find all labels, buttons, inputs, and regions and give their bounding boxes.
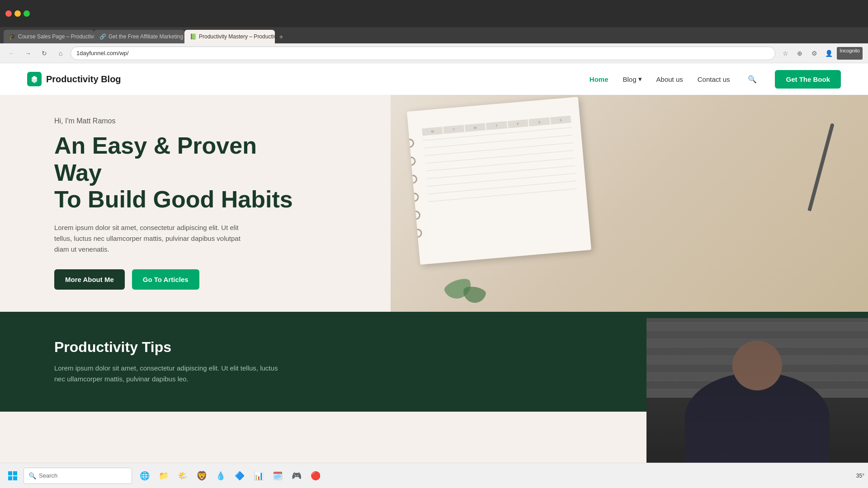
hero-subtitle: Hi, I'm Matt Ramos	[54, 117, 303, 125]
video-overlay-gradient	[646, 318, 868, 463]
nav-about[interactable]: About us	[656, 75, 683, 83]
hero-text-content: Hi, I'm Matt Ramos An Easy & Proven Way …	[54, 117, 303, 290]
hero-title-line1: An Easy & Proven Way	[54, 132, 257, 186]
planner-lines: M T W T F S S	[422, 116, 577, 209]
hero-buttons: More About Me Go To Articles	[54, 269, 303, 290]
tab-1[interactable]: 🎓 Course Sales Page – Productivi... ✕	[4, 30, 94, 43]
address-bar-row: ← → ↻ ⌂ ☆ ⊕ ⚙ 👤 Incognito	[0, 43, 868, 63]
search-button[interactable]: 🔍	[744, 71, 760, 87]
reload-button[interactable]: ↻	[38, 47, 51, 60]
home-button[interactable]: ⌂	[54, 47, 67, 60]
line-9	[428, 188, 577, 202]
line-8	[428, 181, 576, 194]
hero-title-line2: To Build Good Habits	[54, 186, 293, 212]
maximize-window-button[interactable]	[24, 10, 30, 17]
window-controls	[5, 10, 30, 17]
site-logo[interactable]: Productivity Blog	[27, 72, 121, 86]
tab-2-favicon: 🔗	[99, 33, 106, 40]
zoom-button[interactable]: ⊕	[793, 47, 806, 60]
site-navigation: Productivity Blog Home Blog ▾ About us C…	[0, 63, 868, 95]
new-tab-button[interactable]: +	[275, 31, 288, 43]
video-person	[646, 318, 868, 463]
planner-visual: M T W T F S S	[407, 97, 591, 265]
ring-6	[413, 228, 423, 238]
chevron-down-icon: ▾	[638, 75, 642, 83]
close-window-button[interactable]	[5, 10, 12, 17]
nav-blog[interactable]: Blog ▾	[623, 75, 642, 83]
nav-links: Home Blog ▾ About us Contact us 🔍 Get Th…	[590, 70, 841, 89]
get-book-button[interactable]: Get The Book	[775, 70, 841, 89]
ring-5	[411, 210, 421, 220]
ring-1	[407, 138, 415, 148]
line-4	[425, 150, 574, 164]
logo-text: Productivity Blog	[46, 74, 121, 84]
tab-1-label: Course Sales Page – Productivi...	[18, 33, 94, 40]
pen-decor	[807, 123, 834, 211]
planner-background: M T W T F S S	[391, 95, 868, 312]
browser-chrome	[0, 0, 868, 27]
extensions-button[interactable]: ⚙	[808, 47, 821, 60]
address-input[interactable]	[71, 47, 775, 60]
ring-4	[410, 192, 420, 202]
tab-bar: 🎓 Course Sales Page – Productivi... ✕ 🔗 …	[0, 27, 868, 43]
ring-3	[408, 174, 418, 184]
tab-3-favicon: 📗	[190, 33, 196, 40]
incognito-badge: Incognito	[837, 47, 863, 60]
line-7	[427, 173, 576, 187]
tab-2-label: Get the Free Affiliate Marketing	[108, 33, 183, 40]
tab-3-label: Productivity Mastery – Productivi...	[199, 33, 275, 40]
minimize-window-button[interactable]	[14, 10, 21, 17]
search-icon: 🔍	[748, 75, 757, 84]
hero-title: An Easy & Proven Way To Build Good Habit…	[54, 132, 303, 213]
more-about-button[interactable]: More About Me	[54, 269, 125, 290]
tab-3[interactable]: 📗 Productivity Mastery – Productivi... ✕	[184, 30, 275, 43]
line-5	[425, 158, 574, 171]
productivity-tips-text: Lorem ipsum dolor sit amet, consectetur …	[54, 363, 289, 385]
line-3	[425, 142, 573, 156]
line-6	[426, 165, 575, 179]
nav-home[interactable]: Home	[590, 75, 609, 83]
tab-2[interactable]: 🔗 Get the Free Affiliate Marketing ✕	[94, 30, 184, 43]
tab-1-favicon: 🎓	[9, 33, 15, 40]
video-content	[646, 318, 868, 463]
go-articles-button[interactable]: Go To Articles	[132, 269, 199, 290]
line-2	[424, 135, 572, 149]
bookmark-button[interactable]: ☆	[779, 47, 792, 60]
hero-image: M T W T F S S	[391, 95, 868, 312]
logo-icon	[27, 72, 42, 86]
ring-2	[407, 156, 416, 166]
back-button[interactable]: ←	[5, 47, 18, 60]
planner-rings	[407, 138, 422, 238]
nav-contact[interactable]: Contact us	[698, 75, 730, 83]
profile-button[interactable]: 👤	[822, 47, 835, 60]
forward-button[interactable]: →	[22, 47, 34, 60]
video-overlay	[646, 318, 868, 463]
hero-section: Hi, I'm Matt Ramos An Easy & Proven Way …	[0, 95, 868, 312]
browser-actions: ☆ ⊕ ⚙ 👤 Incognito	[779, 47, 863, 60]
leaf-2	[462, 285, 486, 305]
hero-description: Lorem ipsum dolor sit amet, consectetur …	[54, 222, 244, 255]
